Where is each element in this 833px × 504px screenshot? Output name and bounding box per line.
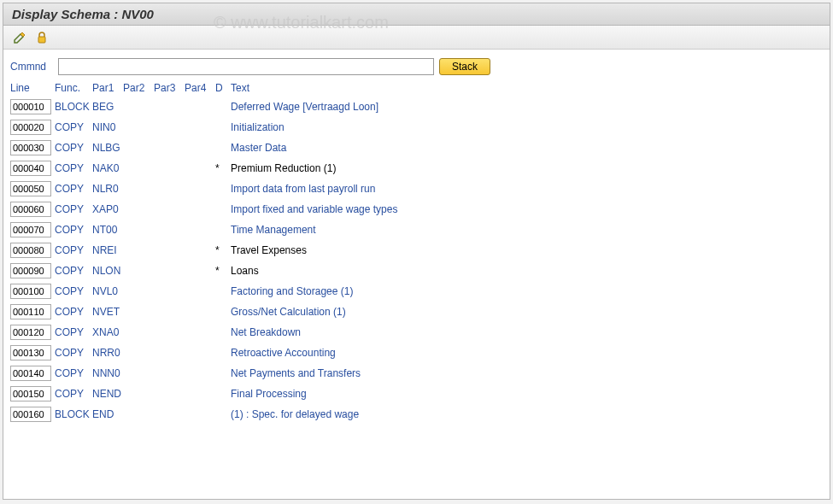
content-area: Cmmnd Stack Line Func. Par1 Par2 Par3 Pa… [3, 50, 830, 432]
cell-func[interactable]: COPY [55, 388, 92, 400]
line-number-field[interactable] [10, 181, 51, 196]
cell-par1[interactable]: NLON [92, 265, 123, 277]
cell-func[interactable]: COPY [55, 203, 92, 215]
cell-func[interactable]: COPY [55, 244, 92, 256]
line-number-field[interactable] [10, 243, 51, 258]
table-row: COPYXAP0Import fixed and variable wage t… [10, 200, 823, 219]
cell-func[interactable]: COPY [55, 347, 92, 359]
header-func: Func. [55, 82, 92, 94]
cell-d: * [215, 162, 231, 174]
line-number-field[interactable] [10, 140, 51, 155]
line-number-field[interactable] [10, 263, 51, 278]
table-row: COPYNENDFinal Processing [10, 384, 823, 403]
cell-text: Loans [231, 265, 823, 277]
stack-button[interactable]: Stack [439, 58, 490, 75]
line-number-field[interactable] [10, 386, 51, 401]
main-window: Display Schema : NV00 © www.tutorialkart… [3, 3, 830, 500]
cell-text[interactable]: Net Breakdown [231, 326, 823, 338]
line-number-field[interactable] [10, 345, 51, 360]
cell-text: Premium Reduction (1) [231, 162, 823, 174]
cell-par1[interactable]: XAP0 [92, 203, 123, 215]
cell-par1[interactable]: NRR0 [92, 347, 123, 359]
cell-par1[interactable]: BEG [92, 101, 123, 113]
cell-par1[interactable]: NEND [92, 388, 123, 400]
cell-text[interactable]: Import data from last payroll run [231, 183, 823, 195]
table-row: COPYNAK0*Premium Reduction (1) [10, 159, 823, 178]
line-number-field[interactable] [10, 325, 51, 340]
cell-text[interactable]: Gross/Net Calculation (1) [231, 306, 823, 318]
cell-par1[interactable]: NT00 [92, 224, 123, 236]
lock-button[interactable] [32, 29, 51, 46]
table-row: COPYNRR0Retroactive Accounting [10, 343, 823, 362]
cell-text[interactable]: Retroactive Accounting [231, 347, 823, 359]
line-number-field[interactable] [10, 366, 51, 381]
line-number-field[interactable] [10, 407, 51, 422]
cell-d: * [215, 265, 231, 277]
cell-par1[interactable]: XNA0 [92, 326, 123, 338]
command-label: Cmmnd [10, 61, 53, 73]
cell-text[interactable]: Master Data [231, 142, 823, 154]
cell-func[interactable]: COPY [55, 142, 92, 154]
header-d: D [215, 82, 231, 94]
line-number-field[interactable] [10, 99, 51, 114]
line-number-field[interactable] [10, 161, 51, 176]
cell-func[interactable]: COPY [55, 121, 92, 133]
cell-func[interactable]: COPY [55, 224, 92, 236]
edit-button[interactable] [10, 29, 29, 46]
table-row: COPYNLON*Loans [10, 261, 823, 280]
cell-text[interactable]: (1) : Spec. for delayed wage [231, 408, 823, 420]
cell-func[interactable]: COPY [55, 306, 92, 318]
table-row: BLOCKBEGDeferred Wage [Vertraagd Loon] [10, 97, 823, 116]
table-body: BLOCKBEGDeferred Wage [Vertraagd Loon]CO… [10, 97, 823, 424]
header-par4: Par4 [185, 82, 215, 94]
cell-par1[interactable]: NIN0 [92, 121, 123, 133]
cell-func[interactable]: COPY [55, 183, 92, 195]
table-row: COPYNVL0Factoring and Storagee (1) [10, 282, 823, 301]
table-row: COPYXNA0Net Breakdown [10, 323, 823, 342]
title-bar: Display Schema : NV00 [3, 3, 830, 26]
line-number-field[interactable] [10, 222, 51, 237]
command-row: Cmmnd Stack [10, 58, 823, 75]
cell-text[interactable]: Import fixed and variable wage types [231, 203, 823, 215]
cell-text[interactable]: Initialization [231, 121, 823, 133]
header-par1: Par1 [92, 82, 123, 94]
cell-par1[interactable]: NVL0 [92, 285, 123, 297]
line-number-field[interactable] [10, 304, 51, 319]
cell-func[interactable]: BLOCK [55, 101, 92, 113]
table-row: COPYNLR0Import data from last payroll ru… [10, 179, 823, 198]
cell-func[interactable]: COPY [55, 265, 92, 277]
table-row: COPYNT00Time Management [10, 220, 823, 239]
cell-d: * [215, 244, 231, 256]
cell-text[interactable]: Deferred Wage [Vertraagd Loon] [231, 101, 823, 113]
cell-func[interactable]: COPY [55, 367, 92, 379]
table-row: BLOCKEND(1) : Spec. for delayed wage [10, 405, 823, 424]
header-line: Line [10, 82, 55, 94]
pencil-icon [13, 31, 26, 44]
table-row: COPYNIN0Initialization [10, 118, 823, 137]
table-row: COPYNREI*Travel Expenses [10, 241, 823, 260]
cell-par1[interactable]: NVET [92, 306, 123, 318]
cell-text[interactable]: Factoring and Storagee (1) [231, 285, 823, 297]
cell-func[interactable]: COPY [55, 326, 92, 338]
cell-par1[interactable]: NLBG [92, 142, 123, 154]
line-number-field[interactable] [10, 284, 51, 299]
table-row: COPYNVETGross/Net Calculation (1) [10, 302, 823, 321]
cell-func[interactable]: COPY [55, 162, 92, 174]
svg-rect-0 [38, 37, 45, 43]
cell-par1[interactable]: NREI [92, 244, 123, 256]
cell-func[interactable]: BLOCK [55, 408, 92, 420]
command-input[interactable] [58, 58, 434, 75]
table-row: COPYNNN0Net Payments and Transfers [10, 364, 823, 383]
cell-par1[interactable]: NNN0 [92, 367, 123, 379]
cell-text[interactable]: Time Management [231, 224, 823, 236]
cell-func[interactable]: COPY [55, 285, 92, 297]
line-number-field[interactable] [10, 120, 51, 135]
cell-text[interactable]: Net Payments and Transfers [231, 367, 823, 379]
line-number-field[interactable] [10, 202, 51, 217]
toolbar [3, 26, 830, 50]
header-par3: Par3 [154, 82, 185, 94]
cell-par1[interactable]: NLR0 [92, 183, 123, 195]
cell-text[interactable]: Final Processing [231, 388, 823, 400]
cell-par1[interactable]: END [92, 408, 123, 420]
cell-par1[interactable]: NAK0 [92, 162, 123, 174]
